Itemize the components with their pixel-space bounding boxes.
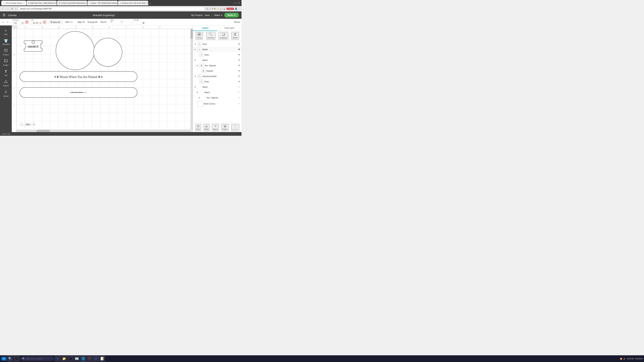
layer-expand-attach1[interactable]: ▼ — [194, 59, 196, 61]
layer-expand-text-algerian1[interactable]: ▼ — [196, 65, 198, 66]
layer-dog-tag-draw[interactable]: 🦴 Draw 👁 — [193, 79, 242, 84]
layer-expand-text-algerian2[interactable]: ▼ — [198, 97, 200, 99]
layer-eye-draw-top[interactable]: 👁 — [238, 43, 240, 45]
scrollbar-vertical[interactable] — [190, 29, 193, 130]
sidebar-item-images[interactable]: Images — [1, 58, 11, 67]
layer-expand-dog-tag[interactable]: ▼ — [194, 75, 196, 77]
attach-button[interactable]: Attach — [212, 124, 219, 131]
tab-cricut[interactable]: C Cricut Design Space ✕ — [1, 1, 26, 5]
flash-icon[interactable]: ⚡ — [216, 7, 219, 10]
layer-expand-draw-top[interactable]: ▼ — [194, 43, 196, 45]
select-all-button[interactable]: ⊞ Select All — [49, 20, 62, 24]
sidebar-item-new[interactable]: + New — [1, 27, 11, 37]
more-button[interactable]: More ▾ — [234, 21, 240, 23]
large-circle[interactable] — [56, 31, 94, 70]
layer-draw-top[interactable]: ▼ ○ Draw 👁 — [193, 41, 242, 47]
group-button[interactable]: Group — [196, 32, 203, 39]
layer-text-algerian2[interactable]: ▼ Text - Algerian 👁 — [193, 95, 242, 100]
layer-expand-attach2[interactable]: ▼ — [194, 86, 196, 88]
delete-button[interactable]: Delete — [232, 32, 239, 39]
rss-icon[interactable]: 📡 — [223, 7, 226, 10]
bookmark-icon[interactable]: ☆ — [209, 7, 211, 10]
url-bar[interactable]: design.cricut.com/#/design/166887369 — [18, 7, 205, 10]
hamburger-menu[interactable]: ☰ — [3, 13, 5, 17]
refresh-button[interactable]: ↺ — [10, 7, 14, 10]
layer-engrave[interactable]: S Engrave 👁 — [193, 68, 242, 73]
contour-button[interactable]: Contour — [231, 124, 239, 131]
scrollbar-horizontal[interactable] — [16, 130, 190, 132]
edit-button[interactable]: Edit ✂▾ — [64, 20, 74, 24]
undo-button[interactable]: ↩ — [1, 20, 5, 24]
layer-eye-dog-tag[interactable]: 👁 — [238, 75, 240, 77]
close-button[interactable]: ✕ — [238, 2, 240, 4]
layer-circle-draw[interactable]: ○ Draw 👁 — [193, 52, 242, 57]
paused-badge[interactable]: Paused — [226, 8, 234, 10]
size-w-input[interactable] — [112, 21, 121, 25]
fill-select[interactable]: No Fill Fill — [31, 21, 42, 25]
sidebar-item-shapes[interactable]: Shapes — [1, 78, 11, 88]
sidebar-item-templates[interactable]: 👕 Templates — [1, 37, 11, 46]
tab-gmail[interactable]: M Gmail ConvertKit Subscribers export -.… — [57, 1, 87, 5]
pinterest-icon[interactable]: P — [212, 7, 213, 10]
reader-icon[interactable]: 📖 — [220, 7, 222, 10]
back-button[interactable]: ← — [1, 7, 5, 10]
layer-expand-circle[interactable]: ▼ — [194, 49, 196, 50]
layer-eye-attach1[interactable]: 👁 — [238, 59, 240, 61]
size-h-input[interactable] — [122, 21, 131, 25]
layer-eye-circle-draw[interactable]: 👁 — [238, 54, 240, 56]
layer-text-algerian1[interactable]: ▼ S Text - Algerian 👁 — [193, 63, 242, 68]
zoom-out-button[interactable]: − — [20, 123, 24, 126]
scrollbar-thumb-v[interactable] — [190, 29, 193, 39]
arrow-bracelet[interactable]: ⊶⊶⊶⊷→ — [20, 87, 137, 97]
my-projects-button[interactable]: My Projects — [191, 14, 202, 16]
layer-eye-text-algerian1[interactable]: 👁 — [238, 64, 240, 67]
tab-jaaxy[interactable]: J Jaaxy - The Worlds Most Advanc... ✕ — [88, 1, 118, 5]
download-icon[interactable]: ⬇ — [214, 7, 216, 10]
redo-button[interactable]: ↪ — [6, 20, 10, 24]
layer-eye-circle[interactable]: 👁 — [238, 48, 240, 51]
fill-color-swatch[interactable] — [25, 20, 28, 24]
small-circle[interactable] — [94, 38, 122, 66]
tab-close-cricut[interactable]: ✕ — [23, 2, 24, 4]
layer-attach2[interactable]: ▼ Attach 👁 — [193, 84, 242, 90]
arrange-button[interactable]: Arrange ⊞▾ — [86, 20, 99, 24]
fill-color-indicator[interactable] — [43, 20, 46, 24]
layer-dog-tag[interactable]: ▼ 🦴 Dog tag template 👁 — [193, 73, 242, 79]
save-button[interactable]: Save — [204, 14, 210, 16]
sidebar-item-projects[interactable]: Projects — [1, 47, 11, 57]
layer-eye-attach2[interactable]: 👁 — [238, 86, 240, 88]
user-icon[interactable]: 👤 — [234, 7, 237, 10]
minimize-button[interactable]: ─ — [234, 2, 235, 4]
dog-tag-shape[interactable]: SHORTY — [24, 40, 42, 51]
layer-eye-attach3[interactable]: 👁 — [238, 91, 240, 93]
layer-attach3[interactable]: ▼ Attach 👁 — [193, 90, 242, 95]
tab-abbi[interactable]: A Add New Post · Abbi Kirsten Col... ✕ — [26, 1, 57, 5]
weld-button[interactable]: Weld — [204, 124, 210, 131]
canvas-area[interactable]: 0 1 2 3 4 5 6 7 8 9 0 1 2 3 — [12, 25, 193, 132]
ungroup-button[interactable]: UnGroup — [206, 32, 216, 39]
layer-blank-canvas[interactable]: Blank Canvas 👁 — [193, 100, 242, 107]
zoom-in-button[interactable]: + — [32, 123, 36, 126]
tab-color-sync[interactable]: Color Sync — [217, 25, 242, 31]
new-tab-button[interactable]: + — [149, 2, 151, 5]
sidebar-item-upload[interactable]: Upload — [1, 89, 11, 98]
duplicate-button[interactable]: Duplicate — [219, 32, 228, 39]
menu-icon[interactable]: ⋮ — [238, 7, 240, 10]
maker-button[interactable]: Maker ▾ — [214, 14, 222, 16]
layer-circle[interactable]: ▼ ○ Circle 👁 — [193, 47, 242, 52]
tab-layers[interactable]: Layers — [193, 25, 217, 31]
align-button[interactable]: Align ⊟▾ — [76, 20, 86, 24]
search-icon[interactable]: 🔍 — [206, 7, 208, 10]
forward-button[interactable]: → — [6, 7, 10, 10]
layer-eye-blank-canvas[interactable]: 👁 — [238, 103, 240, 105]
home-button[interactable]: ⌂ — [14, 7, 17, 10]
layer-eye-text-algerian2[interactable]: 👁 — [238, 96, 240, 99]
linetype-select[interactable]: Cut Draw Engrave — [12, 21, 24, 25]
flatten-button[interactable]: Flatten — [221, 124, 228, 131]
maximize-button[interactable]: □ — [236, 2, 238, 4]
flip-button[interactable]: Flip ⇄▾ — [99, 20, 108, 24]
tab-amazon[interactable]: a Amazon.com: Set of 25 units - Cl... ✕ — [118, 1, 148, 5]
sidebar-item-text[interactable]: T Text — [1, 68, 11, 78]
canvas-grid[interactable]: SHORTY ❧❦ Bloom Where You Are Planted ❦❧ — [16, 29, 190, 130]
layer-attach1[interactable]: ▼ Attach 👁 — [193, 57, 242, 63]
